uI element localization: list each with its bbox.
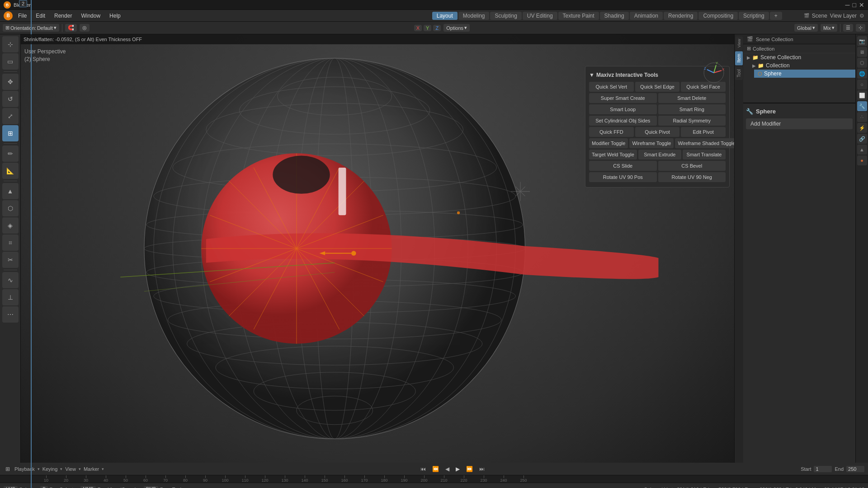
wireframe-toggle-button[interactable]: Wireframe Toggle [629,138,674,148]
select-box-tool[interactable]: ▭ [2,53,19,70]
panel-collapse-icon[interactable]: ▼ [589,72,594,78]
view-tab[interactable]: View [736,36,743,50]
y-axis-label[interactable]: Y [424,25,431,31]
smart-ring-button[interactable]: Smart Ring [658,104,726,114]
tab-texture-paint[interactable]: Texture Paint [558,12,599,20]
smooth-tool[interactable]: ∿ [2,272,19,288]
gizmo-toggle[interactable]: ⊹ [856,24,865,32]
menu-help[interactable]: Help [106,12,124,20]
inset-faces-tool[interactable]: ⬡ [2,200,19,216]
tab-scripting[interactable]: Scripting [739,12,769,20]
edit-pivot-button[interactable]: Edit Pivot [681,127,726,137]
quick-pivot-button[interactable]: Quick Pivot [635,127,680,137]
annotate-tool[interactable]: ✏ [2,145,19,162]
smart-delete-button[interactable]: Smart Delete [658,93,726,103]
rotate-uv-90-pos-button[interactable]: Rotate UV 90 Pos [589,172,657,182]
outliner-item-collection[interactable]: ▶ 📁 Collection [749,61,855,70]
shrink-flatten-tool[interactable]: ⊥ [2,289,19,305]
radial-symmetry-button[interactable]: Radial Symmetry [658,116,726,126]
data-props-icon[interactable]: ▲ [857,145,867,155]
move-tool[interactable]: ✥ [2,74,19,90]
view-layer-props-icon[interactable]: ⬡ [857,58,867,68]
tab-animation[interactable]: Animation [630,12,663,20]
rotate-tool[interactable]: ↺ [2,91,19,107]
view-menu[interactable]: View [65,466,76,472]
end-frame-input[interactable] [846,466,864,472]
keying-menu[interactable]: Keying [42,466,58,472]
cs-slide-button[interactable]: CS Slide [589,161,657,171]
timeline-ruler[interactable]: 2 10 20 30 40 50 60 70 80 90 100 110 120… [0,475,868,483]
z-axis-label[interactable]: Z [433,25,441,31]
item-tab[interactable]: Item [735,51,743,65]
scene-props-icon[interactable]: 🌐 [857,69,867,79]
tab-uv-editing[interactable]: UV Editing [523,12,557,20]
material-props-icon[interactable]: ● [857,155,867,165]
target-weld-toggle-button[interactable]: Target Weld Toggle [589,150,637,160]
tab-rendering[interactable]: Rendering [664,12,698,20]
timeline-options[interactable]: ⊞ [4,466,12,472]
outliner-item-scene-collection[interactable]: ▶ 📁 Scene Collection [743,53,855,61]
object-props-icon[interactable]: ⬜ [857,90,867,100]
quick-sel-edge-button[interactable]: Quick Sel Edge [635,82,680,92]
jump-end-button[interactable]: ⏭ [477,466,486,472]
menu-render[interactable]: Render [51,12,75,20]
wireframe-shaded-toggle-button[interactable]: Wireframe Shaded Toggle [675,138,734,148]
quick-ffd-button[interactable]: Quick FFD [589,127,634,137]
cs-bevel-button[interactable]: CS Bevel [658,161,726,171]
render-props-icon[interactable]: 📷 [857,36,867,46]
set-cylindrical-obj-sides-button[interactable]: Set Cylindrical Obj Sides [589,116,657,126]
constraints-props-icon[interactable]: 🔗 [857,134,867,144]
measure-tool[interactable]: 📐 [2,163,19,179]
transform-tool[interactable]: ⊞ [2,125,19,141]
particles-props-icon[interactable]: ∴ [857,112,867,122]
step-back-button[interactable]: ⏪ [430,466,441,472]
tab-sculpting[interactable]: Sculpting [490,12,521,20]
add-modifier-button[interactable]: Add Modifier [746,118,853,129]
menu-edit[interactable]: Edit [32,12,49,20]
loop-cut-tool[interactable]: ⌗ [2,235,19,251]
world-props-icon[interactable]: ○ [857,80,867,89]
global-mode-button[interactable]: Global ▾ [794,24,818,32]
physics-props-icon[interactable]: ⚡ [857,123,867,133]
menu-window[interactable]: Window [77,12,104,20]
proportional-edit-button[interactable]: ◎ [80,24,90,32]
jump-start-button[interactable]: ⏮ [419,466,428,472]
tab-shading[interactable]: Shading [600,12,629,20]
tool-tab[interactable]: Tool [735,66,743,80]
smart-loop-button[interactable]: Smart Loop [589,104,657,114]
start-frame-input[interactable] [814,466,832,472]
3d-viewport[interactable]: Shrink/flatten: -0.0592, (S or Alt) Even… [21,34,734,463]
output-props-icon[interactable]: 🖥 [857,47,867,57]
quick-sel-vert-button[interactable]: Quick Sel Vert [589,82,634,92]
tab-compositing[interactable]: Compositing [698,12,738,20]
orientation-gizmo[interactable]: X Y Z [703,61,725,84]
modifier-toggle-button[interactable]: Modifier Toggle [589,138,628,148]
modifier-props-icon[interactable]: 🔧 [857,101,867,111]
outliner-item-sphere[interactable]: ⬡ Sphere [754,70,855,78]
cursor-tool[interactable]: ⊹ [2,36,19,52]
play-reverse-button[interactable]: ◀ [443,466,451,472]
scale-tool[interactable]: ⤢ [2,108,19,124]
window-minimize[interactable]: ─ [845,1,850,9]
add-workspace-button[interactable]: + [770,12,782,20]
snap-button[interactable]: 🧲 [65,24,77,32]
rotate-uv-90-neg-button[interactable]: Rotate UV 90 Neg [658,172,726,182]
bevel-tool[interactable]: ◈ [2,217,19,234]
overlay-toggle[interactable]: ☰ [843,24,853,32]
smart-extrude-button[interactable]: Smart Extrude [638,150,681,160]
step-forward-button[interactable]: ⏩ [464,466,475,472]
misc-tools[interactable]: ⋯ [2,306,19,323]
window-close[interactable]: ✕ [859,1,864,9]
extrude-tool[interactable]: ▲ [2,183,19,199]
x-axis-label[interactable]: X [414,25,422,31]
knife-tool[interactable]: ✂ [2,252,19,268]
tab-modeling[interactable]: Modeling [458,12,490,20]
mix-button[interactable]: Mix ▾ [821,24,837,32]
smart-translate-button[interactable]: Smart Translate [683,150,726,160]
super-smart-create-button[interactable]: Super Smart Create [589,93,657,103]
window-maximize[interactable]: □ [853,1,856,9]
play-button[interactable]: ▶ [454,466,462,472]
marker-menu[interactable]: Marker [84,466,99,472]
tab-layout[interactable]: Layout [432,12,458,20]
options-button[interactable]: Options ▾ [443,24,470,32]
